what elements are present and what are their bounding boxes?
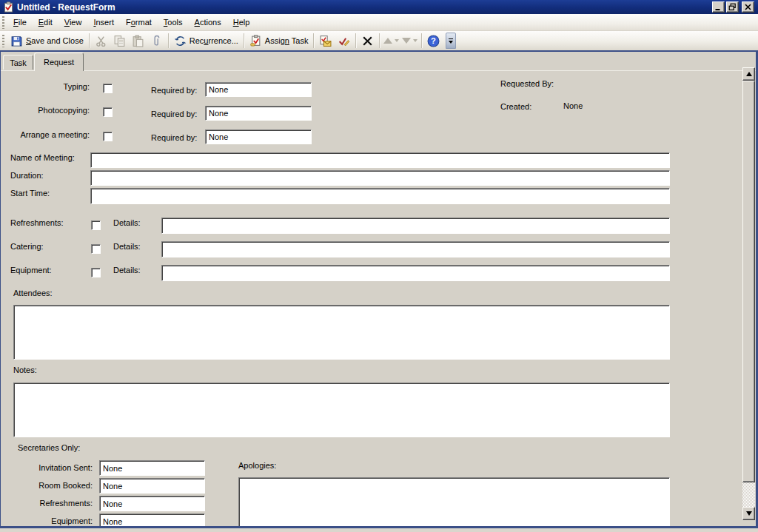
recurrence-icon (174, 35, 187, 47)
scroll-up-button[interactable] (742, 67, 755, 81)
window-title: Untitled - RequestForm (17, 2, 115, 13)
mark-complete-button[interactable] (335, 33, 353, 49)
delete-icon (361, 35, 374, 47)
refreshments-status-label: Refreshments: (0, 499, 93, 508)
photocopying-checkbox[interactable] (103, 107, 113, 117)
toolbar-separator (89, 33, 90, 48)
equipment-status-label: Equipment: (0, 516, 93, 525)
created-value: None (563, 101, 583, 110)
scroll-down-button[interactable] (742, 507, 755, 520)
photocopying-required-by-label: Required by: (151, 110, 197, 118)
save-and-close-label: Save and Close (26, 36, 84, 45)
equipment-label: Equipment: (10, 266, 52, 275)
toolbar-options-button[interactable] (446, 33, 456, 49)
next-item-icon (402, 38, 411, 44)
typing-required-by-input[interactable] (205, 82, 312, 97)
invitation-sent-label: Invitation Sent: (0, 463, 93, 472)
duration-input[interactable] (90, 170, 670, 186)
photocopying-label: Photocopying: (0, 106, 90, 115)
assign-task-label: Assign Task (265, 36, 309, 45)
assign-task-button[interactable]: Assign Task (246, 33, 312, 49)
created-label: Created: (500, 102, 531, 111)
save-icon (10, 35, 23, 47)
scrollbar-thumb[interactable] (742, 81, 755, 482)
apologies-textarea[interactable] (238, 477, 670, 526)
window-frame-left (0, 50, 1, 528)
notes-textarea[interactable] (13, 383, 670, 437)
recurrence-label: Recurrence... (190, 36, 238, 45)
next-item-button[interactable] (400, 38, 419, 44)
scroll-up-icon (746, 72, 752, 76)
title-bar: Untitled - RequestForm (0, 0, 758, 14)
name-of-meeting-input[interactable] (90, 152, 670, 168)
arrange-meeting-label: Arrange a meeting: (0, 130, 90, 139)
requested-by-label: Requested By: (500, 79, 554, 88)
menu-format[interactable]: Format (120, 16, 158, 29)
equipment-status-input[interactable] (99, 514, 205, 526)
paste-icon (132, 35, 144, 47)
toolbar-separator (355, 33, 356, 48)
equipment-details-input[interactable] (161, 265, 670, 281)
copy-button[interactable] (110, 33, 129, 49)
arrange-meeting-checkbox[interactable] (103, 132, 113, 141)
menu-insert[interactable]: Insert (87, 16, 120, 29)
menu-help[interactable]: Help (227, 16, 256, 29)
previous-item-button[interactable] (382, 38, 400, 44)
equipment-checkbox[interactable] (91, 268, 101, 277)
catering-details-label: Details: (113, 242, 141, 251)
room-booked-input[interactable] (99, 478, 205, 494)
scroll-down-icon (746, 511, 752, 516)
menu-actions[interactable]: Actions (189, 16, 227, 29)
copy-icon (113, 35, 126, 47)
menu-drag-handle[interactable] (2, 16, 4, 29)
attach-icon (150, 35, 163, 47)
room-booked-label: Room Booked: (0, 481, 93, 490)
paste-button[interactable] (129, 33, 147, 49)
close-icon (744, 3, 752, 11)
arrange-meeting-required-by-label: Required by: (151, 133, 197, 142)
catering-label: Catering: (10, 242, 44, 251)
toolbar-separator (379, 33, 380, 48)
typing-checkbox[interactable] (103, 84, 113, 93)
duration-label: Duration: (10, 171, 44, 180)
refreshments-checkbox[interactable] (91, 220, 101, 230)
arrange-meeting-required-by-input[interactable] (205, 129, 312, 144)
tab-request[interactable]: Request (34, 53, 84, 71)
mark-complete-icon (338, 35, 350, 47)
catering-checkbox[interactable] (91, 244, 101, 254)
refreshments-status-input[interactable] (99, 496, 205, 511)
window-bottom-strip (0, 528, 758, 532)
menu-file[interactable]: File (7, 16, 33, 29)
start-time-label: Start Time: (10, 189, 50, 198)
recurrence-button[interactable]: Recurrence... (171, 33, 241, 49)
start-time-input[interactable] (90, 188, 670, 204)
previous-item-dropdown-icon (395, 39, 399, 42)
send-status-report-button[interactable] (316, 33, 335, 49)
assign-task-icon (249, 35, 262, 47)
toolbar-separator (421, 33, 422, 48)
notes-label: Notes: (13, 366, 37, 374)
restore-icon (728, 3, 737, 11)
invitation-sent-input[interactable] (99, 460, 205, 476)
menu-tools[interactable]: Tools (158, 16, 189, 29)
delete-button[interactable] (358, 33, 377, 49)
photocopying-required-by-input[interactable] (205, 106, 312, 121)
attendees-textarea[interactable] (13, 305, 670, 360)
menu-view[interactable]: View (58, 16, 88, 29)
cut-button[interactable] (92, 33, 110, 49)
attach-button[interactable] (147, 33, 166, 49)
help-button[interactable]: ? (424, 33, 443, 49)
scrollbar-track[interactable] (742, 482, 755, 507)
toolbar-drag-handle[interactable] (2, 35, 4, 47)
request-form-window: Untitled - RequestForm File Edit View In… (0, 0, 758, 532)
menu-edit[interactable]: Edit (33, 16, 58, 29)
minimize-button[interactable] (712, 1, 725, 13)
refreshments-details-input[interactable] (161, 218, 670, 234)
name-of-meeting-label: Name of Meeting: (10, 153, 75, 162)
save-and-close-button[interactable]: Save and Close (7, 33, 87, 49)
close-button[interactable] (742, 1, 754, 13)
catering-details-input[interactable] (161, 241, 670, 257)
minimize-icon (714, 3, 722, 11)
restore-button[interactable] (726, 1, 739, 13)
help-icon: ? (427, 35, 440, 47)
